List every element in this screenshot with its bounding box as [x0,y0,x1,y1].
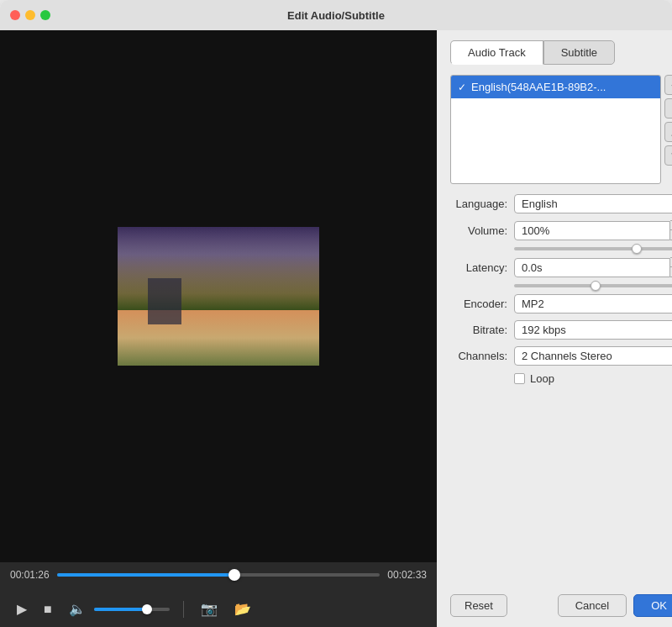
language-select-wrap: English French Spanish German Japanese ▼ [514,194,672,213]
loop-row: Loop [450,372,672,385]
tab-audio-track[interactable]: Audio Track [450,40,543,65]
latency-slider-handle[interactable] [591,281,601,291]
encoder-select[interactable]: MP2 MP3 AAC AC3 [514,294,672,314]
time-total: 00:02:33 [386,569,427,581]
titlebar: Edit Audio/Subtitle [0,0,672,30]
play-button[interactable]: ▶ [13,599,30,619]
encoder-row: Encoder: MP2 MP3 AAC AC3 ▼ [450,294,672,314]
remove-track-button[interactable]: × [664,98,672,119]
volume-spinner: ▲ ▼ [514,220,672,240]
bottom-actions: Reset Cancel OK [450,587,672,617]
bitrate-select-wrap: 64 kbps 128 kbps 192 kbps 256 kbps 320 k… [514,320,672,340]
volume-row: Volume: ▲ ▼ [450,220,672,240]
traffic-lights [10,10,50,20]
loop-checkbox[interactable] [514,373,525,384]
window-title: Edit Audio/Subtitle [287,9,385,22]
move-up-button[interactable]: ▲ [664,122,672,142]
volume-slider-row [450,247,672,250]
volume-slider[interactable] [94,608,170,611]
bitrate-row: Bitrate: 64 kbps 128 kbps 192 kbps 256 k… [450,320,672,340]
maximize-button[interactable] [40,10,50,20]
channels-select[interactable]: 1 Channel Mono 2 Channels Stereo 5.1 Sur… [514,346,672,366]
language-label: Language: [450,198,507,210]
video-panel: 00:01:26 00:02:33 ▶ ■ 🔈 [0,30,437,627]
time-current: 00:01:26 [10,569,50,581]
language-select[interactable]: English French Spanish German Japanese [514,194,672,213]
dialog-buttons: Cancel OK [558,594,672,617]
tabs-row: Audio Track Subtitle [450,40,672,65]
check-icon: ✓ [458,82,466,93]
volume-track[interactable] [514,247,672,250]
language-row: Language: English French Spanish German … [450,194,672,213]
controls-row: ▶ ■ 🔈 📷 📂 [0,591,437,627]
reset-button[interactable]: Reset [450,594,507,617]
video-frame [118,227,319,366]
add-track-button[interactable]: + [664,75,672,95]
settings-panel: Audio Track Subtitle ✓ English(548AAE1B-… [437,30,672,627]
latency-track[interactable] [514,284,672,287]
track-item-label: English(548AAE1B-89B2-... [471,81,606,93]
timeline-handle[interactable] [228,569,240,581]
latency-input[interactable] [514,258,670,277]
cancel-button[interactable]: Cancel [558,594,627,617]
timeline-section: 00:01:26 00:02:33 [0,562,437,591]
loop-label: Loop [530,372,554,385]
encoder-select-wrap: MP2 MP3 AAC AC3 ▼ [514,294,672,314]
volume-icon[interactable]: 🔈 [66,599,89,619]
close-button[interactable] [10,10,20,20]
snapshot-button[interactable]: 📷 [197,599,221,619]
controls-divider [183,601,184,618]
volume-label: Volume: [450,224,507,237]
track-item-1[interactable]: ✓ English(548AAE1B-89B2-... [451,76,660,98]
encoder-label: Encoder: [450,298,507,310]
video-building-overlay [148,278,181,324]
latency-slider-row [450,284,672,287]
move-down-button[interactable]: ▼ [664,145,672,166]
track-list: ✓ English(548AAE1B-89B2-... [450,75,661,184]
latency-label: Latency: [450,261,507,274]
volume-handle[interactable] [142,604,152,614]
ok-button[interactable]: OK [633,594,672,617]
volume-section: 🔈 [66,599,170,619]
bitrate-label: Bitrate: [450,324,507,336]
video-thumbnail [118,227,319,366]
track-list-area: ✓ English(548AAE1B-89B2-... + × ▲ ▼ [450,75,672,184]
channels-row: Channels: 1 Channel Mono 2 Channels Ster… [450,346,672,366]
timeline-fill [57,573,234,577]
stop-button[interactable]: ■ [40,600,55,619]
video-area [0,30,437,562]
timeline-bar[interactable] [57,573,380,577]
channels-select-wrap: 1 Channel Mono 2 Channels Stereo 5.1 Sur… [514,346,672,366]
volume-slider-handle[interactable] [632,244,642,254]
latency-row: Latency: ▲ ▼ [450,257,672,277]
folder-button[interactable]: 📂 [231,599,255,619]
volume-input[interactable] [514,221,670,240]
bitrate-select[interactable]: 64 kbps 128 kbps 192 kbps 256 kbps 320 k… [514,320,672,340]
channels-label: Channels: [450,350,507,362]
minimize-button[interactable] [25,10,35,20]
latency-spinner: ▲ ▼ [514,257,672,277]
volume-fill [94,608,147,611]
track-list-buttons: + × ▲ ▼ [664,75,672,184]
tab-subtitle[interactable]: Subtitle [543,40,615,65]
